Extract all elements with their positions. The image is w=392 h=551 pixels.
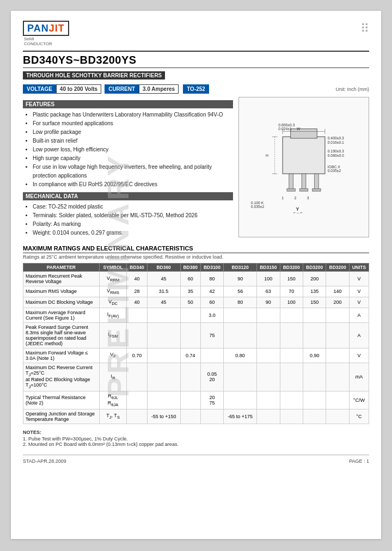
col-200b: BD3200 — [303, 264, 326, 272]
unit-cell: V — [349, 272, 369, 286]
svg-rect-0 — [283, 137, 325, 174]
features-list: Plastic package has Underwriters Laborat… — [23, 111, 233, 189]
val-cell — [280, 391, 303, 409]
param-cell: Peak Forward Surge Current 8.3ms single … — [23, 322, 100, 348]
elec-subtitle: Ratings at 25°C ambient temperature unle… — [23, 254, 369, 260]
param-cell: Operating Junction and Storage Temperatu… — [23, 409, 100, 424]
list-item: Low power loss, High efficiency — [33, 145, 233, 154]
list-item: Case: TO-252 molded plastic — [33, 203, 233, 211]
unit-cell: mA — [349, 363, 369, 391]
voltage-value: 40 to 200 Volts — [56, 84, 101, 94]
val-cell: 50 — [180, 297, 200, 308]
param-cell: Maximum Average Forward Current (See Fig… — [23, 308, 100, 322]
notes-section: NOTES: 1. Pulse Test with PW=300μsec, 1%… — [23, 430, 369, 447]
val-cell: 150 — [303, 297, 326, 308]
val-cell: 0.74 — [180, 348, 200, 363]
svg-rect-3 — [302, 174, 306, 189]
svg-text:S = C: S = C — [293, 212, 303, 213]
unit-label: Unit: Inch (mm) — [335, 87, 369, 92]
val-cell — [200, 348, 223, 363]
val-cell: 40 — [127, 297, 147, 308]
val-cell — [257, 363, 280, 391]
page-title: BD340YS~BD3200YS — [23, 54, 369, 66]
mechanical-list: Case: TO-252 molded plastic Terminals: S… — [23, 203, 233, 237]
current-label: CURRENT — [105, 84, 139, 94]
title-bar: BD340YS~BD3200YS — [23, 51, 369, 68]
list-item: Built-in strain relief — [33, 137, 233, 145]
val-cell — [180, 322, 200, 348]
symbol-cell: VRRM — [99, 272, 127, 286]
val-cell — [180, 409, 200, 424]
svg-text:H: H — [266, 154, 268, 157]
val-cell — [326, 272, 349, 286]
val-cell — [127, 322, 147, 348]
col-80: BD380 — [180, 264, 200, 272]
val-cell — [257, 308, 280, 322]
val-cell: 80 — [224, 297, 257, 308]
list-item: High surge capacity — [33, 154, 233, 163]
table-row: Maximum Recurrent Peak Reverse Voltage V… — [23, 272, 369, 286]
list-item: For surface mounted applications — [33, 119, 233, 128]
symbol-cell: IF(AV) — [99, 308, 127, 322]
val-cell: 140 — [326, 286, 349, 297]
val-cell — [224, 363, 257, 391]
val-cell — [257, 348, 280, 363]
unit-cell: °C/W — [349, 391, 369, 409]
svg-text:3: 3 — [307, 196, 309, 200]
page-header: PANJIT SeMICONDUCTOR ⠿ — [23, 21, 369, 46]
svg-rect-2 — [289, 174, 293, 189]
col-120: BD3120 — [224, 264, 257, 272]
logo-pan: PAN — [27, 23, 49, 34]
val-cell: 45 — [147, 297, 180, 308]
svg-rect-4 — [314, 174, 318, 189]
val-cell — [280, 348, 303, 363]
datasheet-page: PRELIMINARY PANJIT SeMICONDUCTOR ⠿ BD340… — [11, 11, 381, 539]
svg-text:1: 1 — [281, 196, 284, 200]
val-cell — [180, 391, 200, 409]
unit-cell: A — [349, 308, 369, 322]
val-cell: 80 — [200, 272, 223, 286]
val-cell — [303, 322, 326, 348]
param-cell: Maximum Recurrent Peak Reverse Voltage — [23, 272, 100, 286]
val-cell: 70 — [280, 286, 303, 297]
symbol-cell: IR — [99, 363, 127, 391]
val-cell — [326, 363, 349, 391]
param-cell: Typical Thermal Resistance (Note 2) — [23, 391, 100, 409]
list-item: Low profile package — [33, 128, 233, 137]
val-cell — [224, 391, 257, 409]
val-cell: -65 to +175 — [224, 409, 257, 424]
svg-rect-1 — [291, 129, 317, 138]
svg-text:0.400±0.3: 0.400±0.3 — [328, 136, 344, 140]
val-cell: 200 — [303, 272, 326, 286]
col-symbol: SYMBOL — [99, 264, 127, 272]
val-cell — [147, 322, 180, 348]
current-value: 3.0 Amperes — [139, 84, 179, 94]
val-cell — [280, 308, 303, 322]
table-row: Maximum DC Blocking Voltage VDC 40 45 50… — [23, 297, 369, 308]
val-cell — [257, 391, 280, 409]
unit-cell: V — [349, 286, 369, 297]
val-cell: 63 — [257, 286, 280, 297]
param-cell: Maximum DC Blocking Voltage — [23, 297, 100, 308]
val-cell — [326, 322, 349, 348]
svg-text:0.024±1: 0.024±1 — [278, 127, 292, 131]
svg-text:2: 2 — [295, 196, 297, 200]
param-cell: Maximum DC Reverse Current TJ=25°Cat Rat… — [23, 363, 100, 391]
note-2: 2. Mounted on PC Board with 6.0mm² (0.13… — [23, 442, 369, 447]
val-cell: 0.90 — [303, 348, 326, 363]
val-cell: 31.5 — [147, 286, 180, 297]
symbol-cell: VF — [99, 348, 127, 363]
val-cell — [257, 409, 280, 424]
list-item: Terminals: Solder plated, solderable per… — [33, 211, 233, 220]
val-cell: 150 — [280, 272, 303, 286]
val-cell — [326, 308, 349, 322]
col-150: BD3150 — [257, 264, 280, 272]
val-cell — [224, 308, 257, 322]
val-cell: 42 — [200, 286, 223, 297]
list-item: For use in low voltage high frequency in… — [33, 163, 233, 180]
table-row: Maximum DC Reverse Current TJ=25°Cat Rat… — [23, 363, 369, 391]
val-cell — [280, 363, 303, 391]
val-cell — [326, 348, 349, 363]
table-row: Maximum Average Forward Current (See Fig… — [23, 308, 369, 322]
features-header: FEATURES — [23, 100, 233, 108]
